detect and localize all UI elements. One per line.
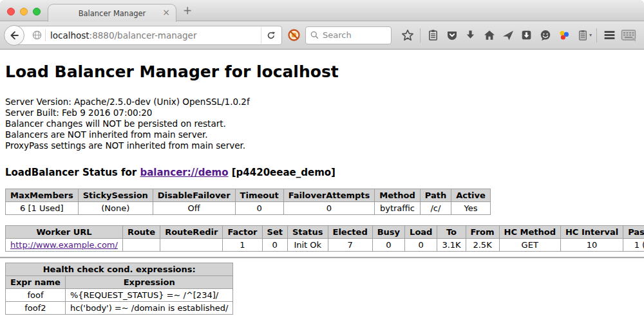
toolbar-separator <box>596 28 597 42</box>
worker-url-link[interactable]: http://www.example.com/ <box>10 240 118 250</box>
tab-strip: Balancer Manager × + <box>0 0 644 21</box>
minimize-window-button[interactable] <box>20 8 28 15</box>
tab-balancer-manager[interactable]: Balancer Manager × <box>48 4 176 22</box>
persist-note-line: Balancer changes will NOT be persisted o… <box>5 118 639 129</box>
globe-icon <box>32 30 43 41</box>
colored-dots-button[interactable] <box>554 26 573 44</box>
tab-title: Balancer Manager <box>79 9 146 18</box>
table-header-row: Expr name Expression <box>6 276 233 289</box>
url-divider <box>45 30 46 41</box>
addon-download-button[interactable] <box>517 26 536 44</box>
worker-row: http://www.example.com/ 1 0 Init Ok 7 0 … <box>6 239 644 252</box>
cell-expression: %{REQUEST_STATUS} =~ /^[234]/ <box>65 289 233 302</box>
navigation-toolbar: localhost:8880/balancer-manager <box>0 21 644 50</box>
home-button[interactable] <box>480 26 498 44</box>
cell-hc-interval: 10 <box>560 239 623 252</box>
col-failoverattempts: FailoverAttempts <box>283 189 375 202</box>
col-busy: Busy <box>372 226 404 239</box>
cell-path: /c/ <box>420 202 451 215</box>
cell-passes: 1 (0) <box>623 239 644 252</box>
cell-routeredir <box>160 239 223 252</box>
separator <box>0 257 644 259</box>
health-table-title: Health check cond. expressions: <box>6 263 233 276</box>
zoom-window-button[interactable] <box>33 8 41 15</box>
col-timeout: Timeout <box>235 189 283 202</box>
inherit-note-line: Balancers are NOT inherited from main se… <box>5 129 639 140</box>
col-from: From <box>466 226 499 239</box>
search-bar[interactable] <box>305 26 392 44</box>
col-route: Route <box>122 226 160 239</box>
search-icon <box>310 30 319 40</box>
block-plugin-icon[interactable] <box>287 28 301 42</box>
window-controls <box>7 8 41 15</box>
toolbar-separator <box>420 28 421 42</box>
status-suffix: [p4420eeae_demo] <box>229 167 336 178</box>
cell-stickysession: (None) <box>78 202 153 215</box>
server-version-line: Server Version: Apache/2.5.0-dev (Unix) … <box>5 97 639 107</box>
cell-expr-name: foof <box>6 289 66 302</box>
balancer-settings-table: MaxMembers StickySession DisableFailover… <box>5 189 491 215</box>
col-path: Path <box>420 189 451 202</box>
cell-status: Init Ok <box>287 239 328 252</box>
tab-close-icon[interactable]: × <box>162 7 170 17</box>
keyboard-button[interactable] <box>619 26 638 44</box>
health-check-table: Health check cond. expressions: Expr nam… <box>5 263 233 315</box>
pocket-button[interactable] <box>442 26 461 44</box>
proxypass-note-line: ProxyPass settings are NOT inherited fro… <box>5 140 639 151</box>
cell-expr-name: foof2 <box>6 302 66 315</box>
cell-factor: 1 <box>223 239 262 252</box>
expr-row: foof2 hc('body') =~ /domain is establish… <box>6 302 233 315</box>
table-header-row: MaxMembers StickySession DisableFailover… <box>6 189 491 202</box>
reload-button[interactable] <box>261 27 280 44</box>
cell-route <box>122 239 160 252</box>
worker-table: Worker URL Route RouteRedir Factor Set S… <box>5 225 644 252</box>
cell-expression: hc('body') =~ /domain is established/ <box>65 302 233 315</box>
bookmark-star-button[interactable] <box>398 26 417 44</box>
cell-to: 3.1K <box>437 239 466 252</box>
col-passes: Passes <box>623 226 644 239</box>
toolbar-buttons: ▾ <box>398 26 638 44</box>
clipboard-menu-caret-icon[interactable]: ▾ <box>589 32 592 38</box>
col-expression: Expression <box>65 276 233 289</box>
col-factor: Factor <box>223 226 262 239</box>
cell-maxmembers: 6 [1 Used] <box>6 202 79 215</box>
table-header-row: Worker URL Route RouteRedir Factor Set S… <box>6 226 644 239</box>
expr-row: foof %{REQUEST_STATUS} =~ /^[234]/ <box>6 289 233 302</box>
col-hc-interval: HC Interval <box>560 226 623 239</box>
close-window-button[interactable] <box>7 8 15 15</box>
new-tab-button[interactable]: + <box>183 4 192 17</box>
col-disablefailover: DisableFailover <box>153 189 235 202</box>
bookmarks-clipboard-button[interactable] <box>424 26 442 44</box>
loadbalancer-status-heading: LoadBalancer Status for balancer://demo … <box>5 167 639 178</box>
cell-disablefailover: Off <box>153 202 235 215</box>
cell-busy: 0 <box>372 239 404 252</box>
hamburger-menu-button[interactable] <box>600 26 619 44</box>
send-button[interactable] <box>498 26 517 44</box>
server-info: Server Version: Apache/2.5.0-dev (Unix) … <box>5 97 639 151</box>
url-bar[interactable]: localhost:8880/balancer-manager <box>14 26 282 45</box>
url-text[interactable]: localhost:8880/balancer-manager <box>50 30 261 41</box>
page-title: Load Balancer Manager for localhost <box>5 62 639 81</box>
cell-hc-method: GET <box>499 239 560 252</box>
server-built-line: Server Built: Feb 9 2016 07:00:20 <box>5 107 639 118</box>
url-host: localhost <box>50 30 90 41</box>
downloads-button[interactable] <box>461 26 480 44</box>
search-input[interactable] <box>323 30 382 40</box>
col-worker-url: Worker URL <box>6 226 123 239</box>
chat-smiley-button[interactable] <box>536 26 554 44</box>
col-method: Method <box>375 189 420 202</box>
browser-chrome: Balancer Manager × + localhost:8880/bala… <box>0 0 644 50</box>
balancer-demo-link[interactable]: balancer://demo <box>140 167 228 178</box>
col-elected: Elected <box>328 226 372 239</box>
col-set: Set <box>262 226 287 239</box>
back-button[interactable] <box>4 25 24 46</box>
col-active: Active <box>451 189 491 202</box>
cell-active: Yes <box>451 202 491 215</box>
col-status: Status <box>287 226 328 239</box>
cell-set: 0 <box>262 239 287 252</box>
col-maxmembers: MaxMembers <box>6 189 79 202</box>
cell-elected: 7 <box>328 239 372 252</box>
cell-failoverattempts: 0 <box>283 202 375 215</box>
col-expr-name: Expr name <box>6 276 66 289</box>
page-content: Load Balancer Manager for localhost Serv… <box>0 50 644 316</box>
